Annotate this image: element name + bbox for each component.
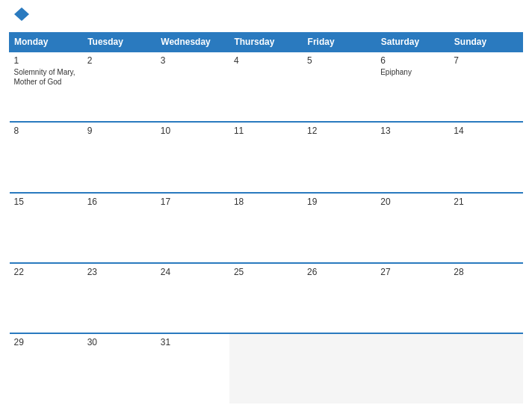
day-number: 7 (454, 55, 518, 66)
day-number: 16 (87, 197, 152, 207)
weekday-header-wednesday: Wednesday (156, 33, 229, 52)
day-number: 24 (161, 267, 225, 277)
day-number: 13 (380, 126, 445, 136)
day-number: 14 (454, 126, 518, 136)
weekday-header-monday: Monday (10, 33, 83, 52)
day-number: 6 (380, 55, 445, 66)
calendar-cell: 11 (229, 122, 303, 192)
day-number: 15 (14, 197, 78, 207)
calendar-cell: 6Epiphany (376, 52, 449, 122)
calendar-cell: 29 (10, 333, 83, 404)
calendar-cell (449, 333, 522, 404)
calendar-cell: 23 (83, 263, 156, 333)
event-label: Epiphany (380, 68, 412, 76)
weekday-header-saturday: Saturday (376, 33, 449, 52)
day-number: 2 (87, 55, 152, 66)
calendar-cell: 28 (449, 263, 522, 333)
calendar-header-row: MondayTuesdayWednesdayThursdayFridaySatu… (10, 33, 523, 52)
calendar-header (9, 7, 523, 26)
day-number: 23 (87, 267, 152, 277)
calendar-cell: 18 (229, 193, 303, 263)
day-number: 29 (14, 337, 78, 347)
calendar-cell (303, 333, 376, 404)
calendar-cell: 16 (83, 193, 156, 263)
calendar-cell: 25 (229, 263, 303, 333)
logo (12, 7, 30, 26)
calendar-cell: 26 (303, 263, 376, 333)
calendar-cell: 2 (83, 52, 156, 122)
calendar-cell: 19 (303, 193, 376, 263)
day-number: 1 (14, 55, 78, 66)
calendar-week-row: 22232425262728 (10, 263, 523, 333)
calendar-cell: 8 (10, 122, 83, 192)
day-number: 9 (87, 126, 152, 136)
calendar-cell: 14 (449, 122, 522, 192)
calendar-cell: 22 (10, 263, 83, 333)
calendar-cell: 7 (449, 52, 522, 122)
calendar-cell: 27 (376, 263, 449, 333)
calendar-week-row: 891011121314 (10, 122, 523, 192)
day-number: 20 (380, 197, 445, 207)
day-number: 3 (161, 55, 225, 66)
calendar-page: MondayTuesdayWednesdayThursdayFridaySatu… (0, 0, 532, 411)
calendar-cell (376, 333, 449, 404)
calendar-cell: 21 (449, 193, 522, 263)
calendar-cell: 30 (83, 333, 156, 404)
calendar-table: MondayTuesdayWednesdayThursdayFridaySatu… (9, 32, 523, 404)
day-number: 11 (234, 126, 298, 136)
calendar-cell: 17 (156, 193, 229, 263)
weekday-header-friday: Friday (303, 33, 376, 52)
weekday-header-thursday: Thursday (229, 33, 303, 52)
day-number: 22 (14, 267, 78, 277)
calendar-cell: 15 (10, 193, 83, 263)
logo-blue-text (12, 7, 30, 26)
day-number: 19 (307, 197, 371, 207)
day-number: 27 (380, 267, 445, 277)
weekday-header-tuesday: Tuesday (83, 33, 156, 52)
day-number: 17 (161, 197, 225, 207)
calendar-cell: 5 (303, 52, 376, 122)
day-number: 28 (454, 267, 518, 277)
day-number: 31 (161, 337, 225, 347)
weekday-header-sunday: Sunday (449, 33, 522, 52)
calendar-cell: 4 (229, 52, 303, 122)
day-number: 5 (307, 55, 371, 66)
day-number: 25 (234, 267, 298, 277)
svg-marker-0 (14, 7, 29, 21)
calendar-week-row: 293031 (10, 333, 523, 404)
calendar-cell: 9 (83, 122, 156, 192)
day-number: 18 (234, 197, 298, 207)
calendar-cell: 12 (303, 122, 376, 192)
logo-flag-icon (13, 6, 30, 22)
calendar-week-row: 1Solemnity of Mary, Mother of God23456Ep… (10, 52, 523, 122)
day-number: 8 (14, 126, 78, 136)
day-number: 21 (454, 197, 518, 207)
calendar-cell: 3 (156, 52, 229, 122)
day-number: 10 (161, 126, 225, 136)
day-number: 12 (307, 126, 371, 136)
calendar-cell: 1Solemnity of Mary, Mother of God (10, 52, 83, 122)
day-number: 4 (234, 55, 298, 66)
event-label: Solemnity of Mary, Mother of God (14, 68, 75, 86)
calendar-cell: 24 (156, 263, 229, 333)
calendar-cell: 13 (376, 122, 449, 192)
day-number: 26 (307, 267, 371, 277)
calendar-week-row: 15161718192021 (10, 193, 523, 263)
calendar-cell (229, 333, 303, 404)
calendar-cell: 31 (156, 333, 229, 404)
calendar-cell: 10 (156, 122, 229, 192)
calendar-cell: 20 (376, 193, 449, 263)
day-number: 30 (87, 337, 152, 347)
